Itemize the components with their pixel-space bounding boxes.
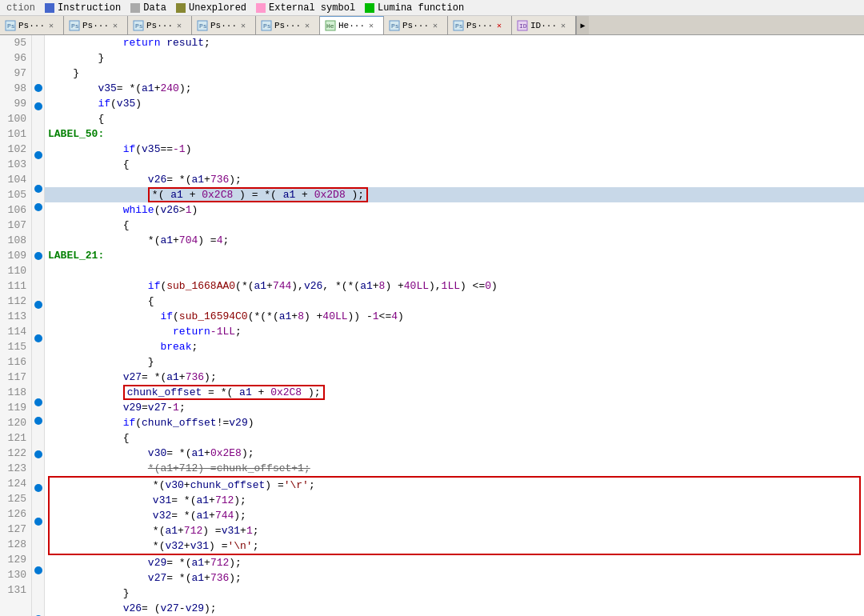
num-1-119: 1: [173, 400, 179, 415]
bp-129: [32, 597, 45, 612]
line-num-124: 124: [0, 476, 31, 491]
code-line-122: v30 = *( a1 + 0x2E8 );: [45, 446, 864, 461]
code-content: return result ; } } v35 = *( a1 + 240 );: [45, 35, 864, 616]
var-a1-104: a1: [191, 172, 204, 187]
var-v26-106: v26: [160, 202, 178, 218]
pseudo-icon-6: Ps: [389, 20, 400, 31]
hex-icon: He: [325, 20, 336, 31]
num-704: 704: [179, 233, 198, 248]
code-line-95: return result ;: [45, 35, 864, 50]
var-a1-113: a1: [279, 309, 292, 324]
line-num-95: 95: [0, 35, 31, 50]
var-a1-117: a1: [166, 370, 179, 385]
bp-116: [32, 380, 45, 395]
code-line-105: *( a1 + 0x2C8 ) = *( a1 + 0x2D8 );: [45, 187, 864, 202]
tab-close-ps-2[interactable]: ✕: [113, 21, 118, 30]
var-v31-128: v31: [190, 538, 209, 554]
code-line-104: v26 = *( a1 + 736 );: [45, 172, 864, 187]
tab-id[interactable]: ID ID··· ✕: [512, 16, 576, 35]
bp-106: [32, 218, 45, 234]
bp-114: [32, 350, 45, 365]
tab-ps-7[interactable]: Ps Ps··· ✕: [448, 16, 512, 35]
tab-label-ps-1: Ps···: [18, 21, 45, 30]
svg-text:He: He: [326, 22, 334, 30]
tab-close-ps-7[interactable]: ✕: [497, 21, 502, 30]
code-area: 95 96 97 98 99 100 101 102 103 104 105 1…: [0, 35, 864, 616]
num-8-113: 8: [298, 309, 304, 324]
bp-110: [32, 282, 45, 298]
var-result: result: [166, 35, 204, 50]
var-v29-132: v29: [186, 601, 204, 616]
var-a1-105b: a1: [283, 189, 296, 201]
tab-close-id[interactable]: ✕: [561, 21, 566, 30]
tab-ps-5[interactable]: Ps Ps··· ✕: [256, 16, 320, 35]
tab-close-ps-1[interactable]: ✕: [49, 21, 54, 30]
tab-label-ps-6: Ps···: [402, 21, 429, 30]
var-v26-132: v26: [123, 601, 142, 616]
tab-label-ps-7: Ps···: [466, 21, 493, 30]
tab-ps-2[interactable]: Ps Ps··· ✕: [64, 16, 128, 35]
code-line-127: *( a1 + 712 ) = v31 + 1 ;: [50, 523, 859, 538]
tab-ps-3[interactable]: Ps Ps··· ✕: [128, 16, 192, 35]
tab-close-ps-3[interactable]: ✕: [177, 21, 182, 30]
bp-118: [32, 417, 45, 432]
var-v31-127: v31: [222, 523, 240, 538]
code-line-126: v32 = *( a1 + 744 );: [50, 508, 859, 523]
kw-if-111: if: [148, 278, 161, 294]
code-line-124: *( v30 + chunk_offset ) = '\r' ;: [50, 478, 859, 493]
tab-close-ps-5[interactable]: ✕: [305, 21, 310, 30]
line-num-101: 101: [0, 126, 31, 142]
tab-close-ps-4[interactable]: ✕: [241, 21, 246, 30]
kw-while: while: [123, 202, 154, 218]
tab-close-hex[interactable]: ✕: [369, 21, 374, 30]
line-num-111: 111: [0, 278, 31, 294]
tab-close-ps-6[interactable]: ✕: [433, 21, 438, 30]
svg-text:Ps: Ps: [263, 22, 271, 30]
code-line-119: v29 = v27 - 1 ;: [45, 400, 864, 415]
bp-115: [32, 365, 45, 380]
code-line-113: if ( sub_16594C0 (*(*( a1 + 8 ) + 40LL )…: [45, 309, 864, 324]
legend-data-label: Data: [143, 2, 166, 14]
var-v35-98: v35: [98, 81, 116, 96]
bp-121: [32, 466, 45, 481]
var-a1-126: a1: [196, 508, 209, 523]
var-chunk-offset-118: chunk_offset: [127, 386, 202, 398]
pseudo-icon-5: Ps: [261, 20, 272, 31]
bp-109: [32, 267, 45, 282]
tab-scroll-arrow[interactable]: ▶: [576, 16, 589, 35]
var-v27-119: v27: [148, 400, 166, 415]
num-1-106: 1: [186, 202, 192, 218]
line-num-99: 99: [0, 96, 31, 111]
num-1ll-111: 1LL: [442, 278, 460, 294]
legend-lumina-label: Lumina function: [378, 2, 464, 14]
pseudo-icon-3: Ps: [133, 20, 144, 31]
var-a1-118: a1: [239, 386, 252, 398]
pseudo-icon-4: Ps: [197, 20, 208, 31]
tab-ps-1[interactable]: Ps Ps··· ✕: [0, 16, 64, 35]
tab-ps-6[interactable]: Ps Ps··· ✕: [384, 16, 448, 35]
line-num-113: 113: [0, 309, 31, 324]
var-a1-98: a1: [142, 81, 154, 96]
bp-112: [32, 316, 45, 331]
tab-hex[interactable]: He He··· ✕: [320, 16, 384, 35]
line-num-128: 128: [0, 537, 31, 552]
tab-label-ps-3: Ps···: [146, 21, 173, 30]
code-line-98: v35 = *( a1 + 240 );: [45, 81, 864, 96]
num-712-123: 712: [179, 461, 198, 476]
code-line-131: }: [45, 586, 864, 601]
var-v27-130: v27: [148, 570, 166, 586]
num-0-111: 0: [485, 278, 491, 294]
bp-127: [32, 566, 45, 582]
label-21: LABEL_21:: [48, 248, 104, 263]
var-a1-108: a1: [160, 233, 173, 248]
tab-label-ps-5: Ps···: [274, 21, 301, 30]
code-line-128: *( v32 + v31 ) = '\n' ;: [50, 538, 859, 554]
tab-ps-4[interactable]: Ps Ps··· ✕: [192, 16, 256, 35]
code-line-102: if ( v35 == -1 ): [45, 142, 864, 157]
legend-external-label: External symbol: [269, 2, 355, 14]
num-0x2c8-118: 0x2C8: [270, 386, 302, 398]
legend-external: External symbol: [256, 2, 355, 14]
code-line-107: {: [45, 218, 864, 233]
kw-if-99: if: [98, 96, 110, 111]
code-line-120: if ( chunk_offset != v29 ): [45, 415, 864, 430]
